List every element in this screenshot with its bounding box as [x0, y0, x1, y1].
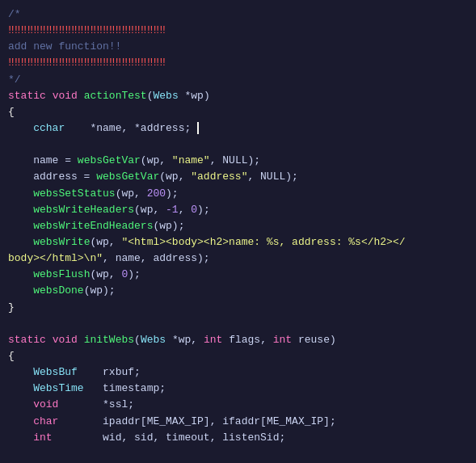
line-brace-close-1: }: [0, 300, 476, 316]
line-write-headers: websWriteHeaders(wp, -1, 0);: [0, 202, 476, 218]
line-cchar-decl: cchar *name, *address;: [0, 120, 476, 137]
line-blank-1: [0, 137, 476, 153]
line-func-decl-action: static void actionTest(Webs *wp): [0, 88, 476, 104]
line-blank-3: [0, 446, 476, 462]
line-comment-close: */: [0, 72, 476, 88]
line-webs-write-cont: body></html>\n", name, address);: [0, 250, 476, 267]
line-int-wid: int wid, sid, timeout, listenSid;: [0, 430, 476, 446]
line-set-status: websSetStatus(wp, 200);: [0, 186, 476, 202]
line-address-assign: address = websGetVar(wp, "address", NULL…: [0, 169, 476, 185]
line-blank-2: [0, 316, 476, 332]
line-write-end-headers: websWriteEndHeaders(wp);: [0, 218, 476, 234]
line-webs-write: websWrite(wp, "<html><body><h2>name: %s,…: [0, 234, 476, 250]
line-char-ipaddr: char ipaddr[ME_MAX_IP], ifaddr[ME_MAX_IP…: [0, 414, 476, 430]
line-done: websDone(wp);: [0, 283, 476, 299]
line-webstime: WebsTime timestamp;: [0, 381, 476, 397]
line-excl-2: ‼‼‼‼‼‼‼‼‼‼‼‼‼‼‼‼‼‼‼‼‼‼‼‼‼: [0, 55, 476, 71]
code-editor: /* ‼‼‼‼‼‼‼‼‼‼‼‼‼‼‼‼‼‼‼‼‼‼‼‼‼ add new fun…: [0, 0, 476, 463]
line-comment-open: /*: [0, 6, 476, 23]
line-void-ssl: void *ssl;: [0, 397, 476, 413]
line-excl-1: ‼‼‼‼‼‼‼‼‼‼‼‼‼‼‼‼‼‼‼‼‼‼‼‼‼: [0, 23, 476, 39]
line-name-assign: name = websGetVar(wp, "name", NULL);: [0, 153, 476, 169]
line-flush: websFlush(wp, 0);: [0, 267, 476, 283]
line-func-decl-init: static void initWebs(Webs *wp, int flags…: [0, 332, 476, 348]
line-add-func: add new function!!: [0, 39, 476, 55]
line-brace-open-1: {: [0, 104, 476, 120]
line-brace-open-2: {: [0, 348, 476, 364]
line-websbuf: WebsBuf rxbuf;: [0, 364, 476, 381]
